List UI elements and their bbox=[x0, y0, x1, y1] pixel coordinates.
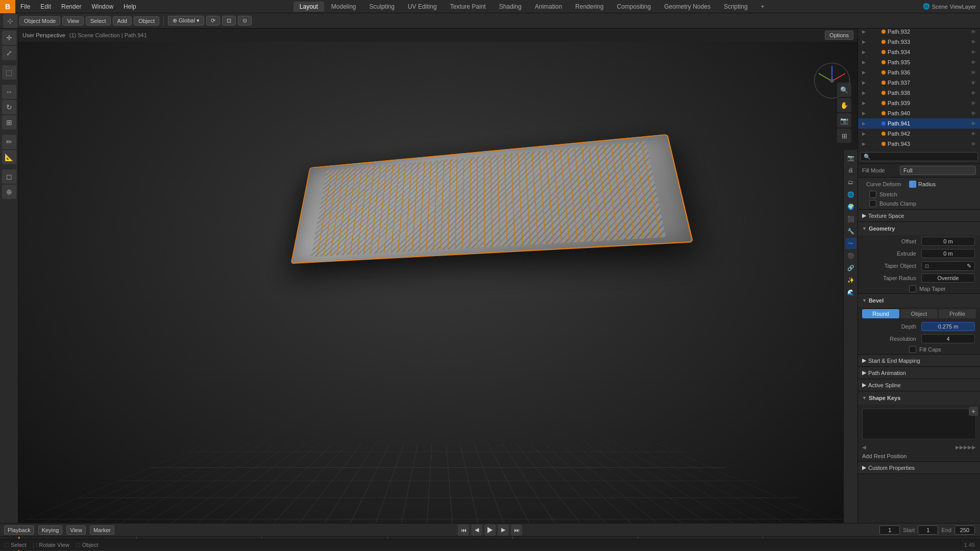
depth-value[interactable]: 0.275 m bbox=[921, 322, 975, 331]
item-visibility-path942[interactable]: 👁 bbox=[971, 131, 976, 137]
tab-animation[interactable]: Animation bbox=[529, 2, 568, 12]
add-mesh-tool[interactable]: ◻ bbox=[2, 169, 16, 184]
item-visibility-path936[interactable]: 👁 bbox=[971, 70, 976, 76]
add-btn[interactable]: Add bbox=[113, 16, 132, 26]
tab-geometry-nodes[interactable]: Geometry Nodes bbox=[658, 2, 717, 12]
taper-object-edit[interactable]: ✎ bbox=[967, 263, 971, 269]
extrude-value[interactable]: 0 m bbox=[921, 249, 975, 258]
geometry-header[interactable]: ▼ Geometry bbox=[858, 222, 980, 235]
current-frame-field[interactable]: 1 bbox=[879, 525, 900, 535]
outliner-item-path939[interactable]: ▶ Path.939 👁 bbox=[858, 98, 980, 108]
extra-tools[interactable]: ⊕ bbox=[2, 185, 16, 199]
outliner-item-path942[interactable]: ▶ Path.942 👁 bbox=[858, 129, 980, 139]
item-visibility-path935[interactable]: 👁 bbox=[971, 60, 976, 65]
bevel-header[interactable]: ▼ Bevel bbox=[858, 294, 980, 307]
bevel-round-tab[interactable]: Round bbox=[862, 309, 899, 318]
active-spline-section[interactable]: ▶ Active Spline bbox=[858, 379, 980, 391]
pan-tool[interactable]: ✋ bbox=[837, 98, 851, 112]
props-scene-icon[interactable]: 🌐 bbox=[845, 189, 856, 200]
pivot-btn[interactable]: ⟳ bbox=[206, 16, 220, 26]
snap-btn[interactable]: ⊡ bbox=[222, 16, 236, 26]
offset-value[interactable]: 0 m bbox=[921, 237, 975, 246]
props-view-layer-icon[interactable]: 🗂 bbox=[845, 177, 856, 188]
outliner-item-path933[interactable]: ▶ Path.933 👁 bbox=[858, 37, 980, 47]
jump-end-btn[interactable]: ⏭ bbox=[511, 524, 522, 536]
map-taper-checkbox[interactable] bbox=[909, 285, 916, 292]
start-frame-field[interactable]: 1 bbox=[918, 525, 938, 535]
tab-uv-editing[interactable]: UV Editing bbox=[402, 2, 443, 12]
menu-file[interactable]: File bbox=[15, 0, 35, 13]
camera-tool[interactable]: 📷 bbox=[837, 113, 851, 128]
jump-start-btn[interactable]: ⏮ bbox=[458, 524, 469, 536]
props-particles-icon[interactable]: ✨ bbox=[845, 274, 856, 286]
tab-add[interactable]: + bbox=[755, 2, 771, 12]
rotate-tool[interactable]: ↻ bbox=[2, 100, 16, 114]
prev-frame-btn[interactable]: ◀ bbox=[471, 524, 482, 536]
item-visibility-path940[interactable]: 👁 bbox=[971, 111, 976, 116]
add-rest-position-btn[interactable]: Add Rest Position bbox=[858, 451, 980, 461]
tab-sculpting[interactable]: Sculpting bbox=[363, 2, 401, 12]
fill-mode-select[interactable]: Full bbox=[900, 166, 976, 175]
menu-help[interactable]: Help bbox=[118, 0, 141, 13]
select-box-tool[interactable]: ⬚ bbox=[2, 65, 16, 80]
toolbar-icon-cursor[interactable]: ⊹ bbox=[3, 14, 17, 28]
marker-btn[interactable]: Marker bbox=[90, 525, 114, 535]
item-visibility-path932[interactable]: 👁 bbox=[971, 29, 976, 35]
props-data-icon[interactable]: 〜 bbox=[845, 238, 856, 249]
tab-rendering[interactable]: Rendering bbox=[569, 2, 609, 12]
menu-window[interactable]: Window bbox=[86, 0, 118, 13]
outliner-item-path938[interactable]: ▶ Path.938 👁 bbox=[858, 88, 980, 98]
outliner-item-path935[interactable]: ▶ Path.935 👁 bbox=[858, 57, 980, 67]
cursor-tool[interactable]: ✛ bbox=[2, 31, 16, 45]
texture-space-section[interactable]: ▶ Texture Space bbox=[858, 210, 980, 222]
tab-texture-paint[interactable]: Texture Paint bbox=[444, 2, 492, 12]
menu-render[interactable]: Render bbox=[56, 0, 86, 13]
move-tool[interactable]: ⤢ bbox=[2, 46, 16, 60]
props-constraint-icon[interactable]: 🔗 bbox=[845, 262, 856, 273]
fill-caps-checkbox[interactable] bbox=[909, 346, 916, 353]
mode-select[interactable]: Object Mode bbox=[19, 16, 60, 26]
item-visibility-path933[interactable]: 👁 bbox=[971, 39, 976, 45]
bounds-clamp-checkbox[interactable] bbox=[869, 200, 876, 207]
outliner-item-path934[interactable]: ▶ Path.934 👁 bbox=[858, 47, 980, 57]
tab-compositing[interactable]: Compositing bbox=[610, 2, 657, 12]
proportional-btn[interactable]: ⊙ bbox=[238, 16, 252, 26]
tab-scripting[interactable]: Scripting bbox=[718, 2, 754, 12]
viewport-3d[interactable]: User Perspective (1) Scene Collection | … bbox=[18, 29, 857, 523]
props-physics-icon[interactable]: 🌊 bbox=[845, 287, 856, 298]
options-button[interactable]: Options bbox=[825, 31, 853, 40]
start-end-mapping-section[interactable]: ▶ Start & End Mapping bbox=[858, 355, 980, 367]
playback-btn[interactable]: Playback bbox=[4, 525, 34, 535]
custom-properties-section[interactable]: ▶ Custom Properties bbox=[858, 462, 980, 474]
item-visibility-path939[interactable]: 👁 bbox=[971, 101, 976, 106]
end-frame-field[interactable]: 250 bbox=[954, 525, 975, 535]
transform-tool[interactable]: ↔ bbox=[2, 85, 16, 99]
scene-name[interactable]: Scene bbox=[932, 4, 948, 10]
item-visibility-path934[interactable]: 👁 bbox=[971, 49, 976, 55]
keying-btn[interactable]: Keying bbox=[38, 525, 63, 535]
play-btn[interactable] bbox=[484, 524, 496, 536]
taper-radius-select[interactable]: Override bbox=[921, 273, 975, 283]
object-btn[interactable]: Object bbox=[134, 16, 159, 26]
outliner-item-path937[interactable]: ▶ Path.937 👁 bbox=[858, 78, 980, 88]
path-animation-section[interactable]: ▶ Path Animation bbox=[858, 367, 980, 379]
zoom-tool[interactable]: 🔍 bbox=[837, 83, 851, 97]
grid-tool[interactable]: ⊞ bbox=[837, 129, 851, 143]
bevel-profile-tab[interactable]: Profile bbox=[939, 309, 976, 318]
props-render-icon[interactable]: 📷 bbox=[845, 152, 856, 163]
menu-edit[interactable]: Edit bbox=[35, 0, 56, 13]
props-material-icon[interactable]: ⚫ bbox=[845, 250, 856, 261]
select-btn[interactable]: Select bbox=[86, 16, 111, 26]
scale-tool[interactable]: ⊞ bbox=[2, 115, 16, 130]
tab-shading[interactable]: Shading bbox=[493, 2, 528, 12]
props-world-icon[interactable]: 🌍 bbox=[845, 201, 856, 212]
props-modifier-icon[interactable]: 🔧 bbox=[845, 226, 856, 237]
annotate-tool[interactable]: ✏ bbox=[2, 135, 16, 149]
item-visibility-path941[interactable]: 👁 bbox=[971, 121, 976, 127]
props-object-icon[interactable]: ⬛ bbox=[845, 213, 856, 224]
outliner-item-path943[interactable]: ▶ Path.943 👁 bbox=[858, 139, 980, 149]
next-frame-btn[interactable]: ▶ bbox=[498, 524, 509, 536]
tab-modeling[interactable]: Modeling bbox=[325, 2, 362, 12]
outliner-item-path941[interactable]: ▶ Path.941 👁 bbox=[858, 118, 980, 129]
outliner-item-path936[interactable]: ▶ Path.936 👁 bbox=[858, 67, 980, 78]
